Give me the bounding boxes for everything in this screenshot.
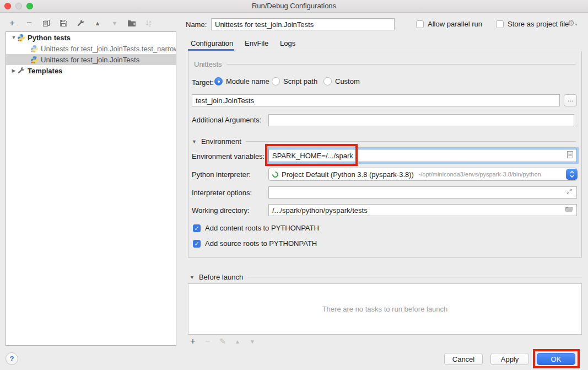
- before-launch-empty-message: There are no tasks to run before launch: [322, 305, 448, 313]
- store-as-project-file-label: Store as project file: [508, 20, 569, 28]
- tree-item-label: Templates: [28, 67, 62, 75]
- target-input[interactable]: test_join.JoinTests: [192, 94, 560, 106]
- browse-button[interactable]: ...: [564, 94, 577, 106]
- allow-parallel-run-label: Allow parallel run: [428, 20, 482, 28]
- move-up-icon[interactable]: ▲: [93, 19, 102, 28]
- gear-icon[interactable]: ⚙▾: [568, 18, 577, 28]
- additional-arguments-input[interactable]: [268, 114, 574, 126]
- working-directory-label: Working directory:: [192, 206, 250, 215]
- remove-icon: −: [204, 337, 212, 346]
- interpreter-options-input[interactable]: [268, 186, 577, 199]
- new-folder-icon[interactable]: [127, 19, 136, 28]
- additional-arguments-label: Additional Arguments:: [192, 116, 261, 124]
- python-interpreter-label: Python interpreter:: [192, 170, 251, 179]
- chevron-right-icon[interactable]: ▶: [10, 68, 17, 73]
- help-button[interactable]: ?: [6, 352, 18, 365]
- folder-icon[interactable]: [565, 206, 573, 215]
- environment-variables-input[interactable]: SPARK_HOME=/.../spark: [268, 149, 577, 162]
- move-up-icon: ▲: [234, 337, 241, 346]
- checkbox-icon[interactable]: [416, 20, 424, 28]
- ok-button[interactable]: OK: [537, 353, 575, 365]
- sort-alphabetically-icon: az: [144, 19, 153, 28]
- before-launch-toolbar: + − ✎ ▲ ▼: [189, 337, 256, 346]
- working-directory-input[interactable]: /.../spark/python/pyspark/tests: [268, 204, 577, 216]
- name-input[interactable]: Unittests for test_join.JoinTests: [211, 18, 395, 30]
- python-interpreter-select[interactable]: Project Default (Python 3.8 (pyspark-3.8…: [268, 168, 577, 181]
- save-icon[interactable]: [59, 19, 68, 28]
- move-down-icon: ▼: [110, 19, 119, 28]
- title-bar: Run/Debug Configurations: [0, 0, 588, 13]
- cancel-button[interactable]: Cancel: [444, 353, 483, 365]
- combo-chevrons-icon[interactable]: [566, 169, 578, 180]
- move-down-icon: ▼: [249, 337, 256, 346]
- add-icon[interactable]: +: [189, 337, 197, 346]
- chevron-down-icon[interactable]: ▼: [190, 275, 195, 280]
- tree-item-templates[interactable]: ▶ Templates: [6, 65, 176, 76]
- tree-item-unittests-jointests[interactable]: Unittests for test_join.JoinTests: [6, 54, 176, 65]
- tree-item-python-tests[interactable]: ▼ Python tests: [6, 32, 176, 43]
- configuration-panel: Unittests Target: Module name Script pat…: [188, 51, 582, 258]
- tab-envfile[interactable]: EnvFile: [245, 39, 268, 50]
- radio-custom[interactable]: Custom: [323, 77, 360, 85]
- environment-group-header[interactable]: ▼ Environment: [192, 137, 576, 146]
- python-test-icon: [30, 45, 39, 53]
- configurations-tree: ▼ Python tests Unittests for test_join.J…: [6, 31, 176, 346]
- chevron-down-icon[interactable]: ▼: [10, 35, 17, 40]
- tab-logs[interactable]: Logs: [280, 39, 295, 50]
- radio-icon[interactable]: [272, 77, 280, 85]
- remove-icon[interactable]: −: [25, 19, 34, 28]
- wrench-icon: [17, 67, 25, 75]
- edit-templates-wrench-icon[interactable]: [76, 19, 85, 28]
- environment-variables-label: Environment variables:: [192, 152, 265, 160]
- checkbox-checked-icon[interactable]: ✓: [193, 240, 201, 248]
- name-label: Name:: [186, 20, 207, 29]
- python-test-icon: [30, 56, 39, 64]
- radio-module-name[interactable]: Module name: [214, 77, 269, 85]
- window-title: Run/Debug Configurations: [0, 2, 588, 10]
- tree-item-label: Python tests: [28, 34, 71, 42]
- tree-item-unittests-test-narrow[interactable]: Unittests for test_join.JoinTests.test_n…: [6, 43, 176, 54]
- allow-parallel-run-checkbox[interactable]: Allow parallel run: [416, 20, 482, 28]
- interpreter-options-label: Interpreter options:: [192, 189, 252, 197]
- interpreter-path: ~/opt/miniconda3/envs/pyspark-3.8/bin/py…: [417, 171, 562, 178]
- python-icon: [17, 34, 25, 42]
- add-content-roots-checkbox[interactable]: ✓ Add content roots to PYTHONPATH: [193, 224, 319, 232]
- apply-button[interactable]: Apply: [490, 353, 529, 365]
- checkbox-checked-icon[interactable]: ✓: [193, 224, 201, 232]
- copy-icon[interactable]: [42, 19, 51, 28]
- before-launch-header[interactable]: ▼ Before launch: [190, 273, 582, 281]
- conda-environment-icon: [271, 170, 280, 179]
- edit-pencil-icon: ✎: [219, 337, 226, 346]
- configurations-toolbar: + − ▲ ▼ az: [8, 17, 153, 29]
- radio-selected-icon[interactable]: [214, 77, 223, 85]
- add-icon[interactable]: +: [8, 19, 17, 28]
- tree-item-label: Unittests for test_join.JoinTests: [41, 56, 139, 64]
- expand-icon[interactable]: [566, 188, 573, 197]
- checkbox-icon[interactable]: [496, 20, 504, 28]
- radio-icon[interactable]: [323, 77, 332, 85]
- add-source-roots-checkbox[interactable]: ✓ Add source roots to PYTHONPATH: [193, 239, 317, 248]
- tree-item-label: Unittests for test_join.JoinTests.test_n…: [41, 45, 176, 53]
- tab-configuration[interactable]: Configuration: [191, 39, 233, 50]
- browse-variables-icon[interactable]: [567, 151, 573, 160]
- chevron-down-icon[interactable]: ▼: [192, 139, 197, 144]
- run-debug-configurations-dialog: Run/Debug Configurations + − ▲ ▼ az ▼ Py: [0, 0, 588, 370]
- unittests-group-header: Unittests: [194, 60, 576, 68]
- svg-text:z: z: [149, 23, 151, 27]
- store-as-project-file-checkbox[interactable]: Store as project file: [496, 20, 569, 28]
- before-launch-task-list: There are no tasks to run before launch: [188, 283, 582, 335]
- radio-script-path[interactable]: Script path: [272, 77, 317, 85]
- target-label: Target:: [192, 78, 214, 87]
